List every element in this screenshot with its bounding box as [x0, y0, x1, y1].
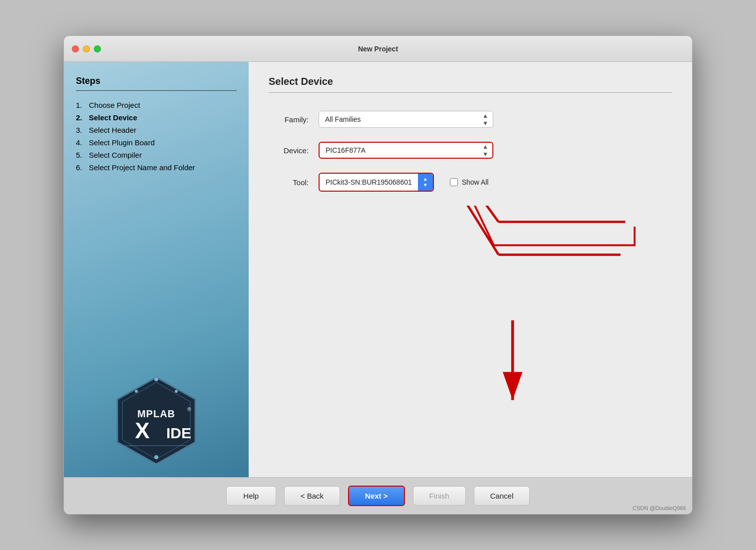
- device-label: Device:: [269, 146, 309, 155]
- svg-marker-0: [117, 377, 195, 463]
- close-button[interactable]: [72, 45, 79, 52]
- tool-row: Tool: PICkit3-SN:BUR195068601 ▲ ▼ Show A…: [269, 173, 672, 192]
- mplab-logo: MPLAB ® X IDE: [106, 373, 206, 463]
- logo-area: MPLAB ® X IDE: [76, 353, 237, 463]
- device-select-wrapper: PIC16F877A ▲ ▼: [319, 142, 493, 159]
- titlebar: New Project: [64, 36, 692, 62]
- svg-text:IDE: IDE: [166, 425, 191, 441]
- sidebar: Steps 1. Choose Project 2. Select Device…: [64, 62, 249, 477]
- family-select[interactable]: All Families: [319, 111, 493, 128]
- svg-line-15: [451, 206, 498, 255]
- svg-text:MPLAB: MPLAB: [137, 408, 175, 419]
- tool-value: PICkit3-SN:BUR195068601: [320, 175, 418, 189]
- device-select[interactable]: PIC16F877A: [319, 142, 493, 159]
- steps-title: Steps: [76, 76, 237, 86]
- traffic-lights: [72, 45, 101, 52]
- step-5: 5. Select Compiler: [76, 149, 237, 161]
- family-row: Family: All Families ▲ ▼: [269, 111, 672, 128]
- maximize-button[interactable]: [94, 45, 101, 52]
- show-all-area: Show All: [450, 178, 489, 186]
- arrows-area: [269, 206, 672, 463]
- family-label: Family:: [269, 115, 309, 124]
- bottom-bar: Help < Back Next > Finish Cancel CSDN @D…: [64, 477, 692, 514]
- step-4: 4. Select Plugin Board: [76, 136, 237, 149]
- family-select-wrapper: All Families ▲ ▼: [319, 111, 493, 128]
- device-row: Device: PIC16F877A ▲ ▼: [269, 142, 672, 159]
- svg-point-4: [135, 390, 138, 393]
- form-area: Family: All Families ▲ ▼ Device:: [269, 111, 672, 463]
- svg-text:X: X: [135, 418, 149, 443]
- tool-chevron-button[interactable]: ▲ ▼: [418, 174, 433, 191]
- svg-point-10: [154, 455, 158, 459]
- panel-title: Select Device: [269, 76, 672, 87]
- svg-line-13: [442, 206, 499, 222]
- svg-text:®: ®: [187, 407, 191, 412]
- tool-label: Tool:: [269, 178, 309, 187]
- tool-up-icon: ▲: [423, 177, 428, 182]
- window-title: New Project: [358, 45, 398, 53]
- show-all-label: Show All: [462, 178, 489, 186]
- steps-list: 1. Choose Project 2. Select Device 3. Se…: [76, 99, 237, 174]
- svg-point-2: [154, 377, 158, 381]
- tool-select-wrapper: PICkit3-SN:BUR195068601 ▲ ▼: [319, 173, 434, 192]
- cancel-button[interactable]: Cancel: [474, 486, 530, 506]
- next-button[interactable]: Next >: [348, 486, 404, 506]
- back-button[interactable]: < Back: [284, 486, 340, 506]
- dialog-window: New Project Steps 1. Choose Project 2. S…: [63, 35, 693, 515]
- show-all-checkbox[interactable]: [450, 178, 458, 186]
- content-area: Steps 1. Choose Project 2. Select Device…: [64, 62, 692, 477]
- help-button[interactable]: Help: [226, 486, 276, 506]
- main-panel: Select Device Family: All Families ▲ ▼: [249, 62, 692, 477]
- watermark: CSDN @DoubleQ666: [633, 505, 686, 511]
- svg-point-3: [175, 390, 178, 393]
- tool-down-icon: ▼: [423, 183, 428, 188]
- finish-button[interactable]: Finish: [413, 486, 466, 506]
- step-3: 3. Select Header: [76, 124, 237, 136]
- annotation-arrows: [269, 206, 672, 463]
- step-2: 2. Select Device: [76, 111, 237, 124]
- minimize-button[interactable]: [83, 45, 90, 52]
- step-6: 6. Select Project Name and Folder: [76, 161, 237, 174]
- step-1: 1. Choose Project: [76, 99, 237, 111]
